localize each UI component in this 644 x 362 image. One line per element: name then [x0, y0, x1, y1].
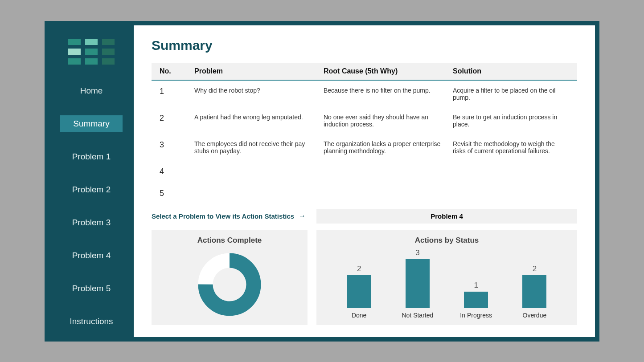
bar-col: 1In Progress	[456, 281, 496, 319]
cell-no: 1	[160, 87, 194, 96]
nav-problem-5[interactable]: Problem 5	[60, 280, 123, 297]
table-row[interactable]: 4	[152, 161, 577, 183]
selected-problem[interactable]: Problem 4	[316, 209, 577, 224]
bar-col: 2Done	[339, 264, 379, 318]
prompt-text: Select a Problem to View its Action Stat…	[152, 212, 294, 220]
th-no: No.	[160, 67, 194, 75]
cell-problem: Why did the robot stop?	[194, 87, 324, 94]
charts-row: Actions Complete Actions by Status 2Done…	[152, 230, 577, 325]
donut-chart	[196, 248, 263, 321]
summary-table: No. Problem Root Cause (5th Why) Solutio…	[152, 63, 577, 204]
bar-value: 1	[474, 281, 478, 290]
select-prompt: Select a Problem to View its Action Stat…	[152, 212, 308, 220]
main-panel: Summary No. Problem Root Cause (5th Why)…	[134, 25, 595, 337]
bar	[347, 275, 371, 308]
nav-problem-2[interactable]: Problem 2	[60, 181, 123, 198]
cell-root: No one ever said they should have an ind…	[324, 114, 453, 128]
cell-solution: Acquire a filter to be placed on the oil…	[453, 87, 577, 101]
chart-title: Actions by Status	[415, 236, 479, 245]
cell-no: 3	[160, 140, 194, 150]
th-solution: Solution	[453, 67, 577, 75]
nav-home[interactable]: Home	[60, 82, 123, 99]
cell-solution: Revisit the methodology to weigh the ris…	[453, 140, 577, 155]
bar-chart: 2Done3Not Started1In Progress2Overdue	[321, 248, 573, 321]
chart-title: Actions Complete	[197, 236, 262, 245]
prompt-row: Select a Problem to View its Action Stat…	[152, 209, 577, 224]
page-title: Summary	[152, 38, 577, 53]
bar-col: 2Overdue	[514, 264, 554, 318]
nav-problem-4[interactable]: Problem 4	[60, 247, 123, 264]
table-row[interactable]: 2 A patient had the wrong leg amputated.…	[152, 107, 577, 134]
bar-value: 2	[357, 264, 361, 273]
table-row[interactable]: 3 The employees did not receive their pa…	[152, 134, 577, 161]
bar	[464, 292, 488, 308]
nav-instructions[interactable]: Instructions	[60, 313, 123, 330]
bar	[406, 259, 430, 308]
bar-col: 3Not Started	[398, 248, 438, 319]
cell-no: 2	[160, 114, 194, 123]
actions-by-status-card: Actions by Status 2Done3Not Started1In P…	[316, 230, 577, 325]
bar-label: Not Started	[402, 312, 433, 319]
bar-label: Done	[352, 312, 366, 319]
cell-solution: Be sure to get an induction process in p…	[453, 114, 577, 128]
th-problem: Problem	[194, 67, 324, 75]
bar-label: In Progress	[460, 312, 492, 319]
table-header: No. Problem Root Cause (5th Why) Solutio…	[152, 63, 577, 81]
cell-problem: The employees did not receive their pay …	[194, 140, 324, 155]
bar	[522, 275, 546, 308]
app-frame: Home Summary Problem 1 Problem 2 Problem…	[45, 21, 599, 342]
th-root: Root Cause (5th Why)	[324, 67, 453, 75]
nav-summary[interactable]: Summary	[60, 115, 123, 132]
nav: Home Summary Problem 1 Problem 2 Problem…	[49, 82, 134, 346]
bar-value: 2	[533, 264, 537, 273]
nav-problem-1[interactable]: Problem 1	[60, 148, 123, 165]
logo-icon	[68, 39, 115, 65]
svg-point-2	[213, 268, 246, 301]
arrow-right-icon: →	[299, 212, 306, 220]
cell-root: Because there is no filter on the pump.	[324, 87, 453, 94]
bar-label: Overdue	[523, 312, 547, 319]
nav-problem-3[interactable]: Problem 3	[60, 214, 123, 231]
table-row[interactable]: 5	[152, 183, 577, 204]
cell-problem: A patient had the wrong leg amputated.	[194, 114, 324, 121]
cell-no: 5	[160, 189, 194, 198]
cell-root: The organization lacks a proper enterpri…	[324, 140, 453, 155]
sidebar: Home Summary Problem 1 Problem 2 Problem…	[49, 25, 134, 337]
actions-complete-card: Actions Complete	[152, 230, 308, 325]
table-row[interactable]: 1 Why did the robot stop? Because there …	[152, 81, 577, 107]
cell-no: 4	[160, 167, 194, 176]
bar-value: 3	[415, 248, 419, 257]
